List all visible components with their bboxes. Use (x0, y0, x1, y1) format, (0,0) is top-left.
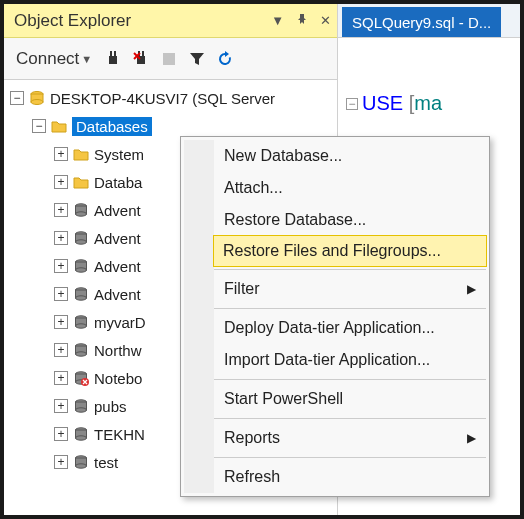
disconnect-plug-icon[interactable] (130, 48, 152, 70)
tree-item-label: Advent (94, 286, 141, 303)
submenu-arrow-icon: ▶ (467, 431, 476, 445)
refresh-icon[interactable] (214, 48, 236, 70)
server-label: DESKTOP-4KUSVI7 (SQL Server (50, 90, 275, 107)
folder-icon (72, 147, 90, 161)
collapse-icon[interactable]: − (10, 91, 24, 105)
object-explorer-toolbar: Connect ▼ (4, 38, 337, 80)
menu-gutter (184, 140, 214, 493)
svg-point-36 (76, 408, 87, 412)
tree-item-label: pubs (94, 398, 127, 415)
expand-icon[interactable]: + (54, 315, 68, 329)
menu-item-label: Refresh (224, 468, 280, 486)
tree-item-label: Notebo (94, 370, 142, 387)
tree-item-label: Northw (94, 342, 142, 359)
database-icon (72, 398, 90, 414)
connect-button[interactable]: Connect ▼ (12, 47, 96, 71)
filter-icon[interactable] (186, 48, 208, 70)
database-icon (72, 202, 90, 218)
menu-separator (214, 379, 486, 380)
expand-icon[interactable]: + (54, 231, 68, 245)
database-icon (72, 454, 90, 470)
menu-item[interactable]: Import Data-tier Application... (214, 344, 486, 376)
svg-point-39 (76, 436, 87, 440)
tree-item-label: TEKHN (94, 426, 145, 443)
expand-icon[interactable]: + (54, 399, 68, 413)
menu-item-label: Attach... (224, 179, 283, 197)
document-tab-strip: SQLQuery9.sql - D... (338, 4, 520, 38)
database-icon (72, 426, 90, 442)
close-icon[interactable]: ✕ (320, 13, 331, 28)
menu-item-label: Filter (224, 280, 260, 298)
expand-icon[interactable]: + (54, 427, 68, 441)
menu-item-label: Import Data-tier Application... (224, 351, 430, 369)
menu-item[interactable]: Restore Database... (214, 204, 486, 236)
tree-item-label: Advent (94, 202, 141, 219)
database-icon (72, 370, 90, 386)
svg-point-42 (76, 464, 87, 468)
svg-point-17 (76, 240, 87, 244)
collapse-icon[interactable]: − (32, 119, 46, 133)
panel-title: Object Explorer (14, 11, 271, 31)
menu-separator (214, 418, 486, 419)
menu-item[interactable]: Attach... (214, 172, 486, 204)
expand-icon[interactable]: + (54, 259, 68, 273)
database-icon (72, 342, 90, 358)
editor-token: ma (414, 92, 442, 114)
tree-item-label: Advent (94, 258, 141, 275)
submenu-arrow-icon: ▶ (467, 282, 476, 296)
expand-icon[interactable]: + (54, 455, 68, 469)
databases-label: Databases (72, 117, 152, 136)
tree-item-label: System (94, 146, 144, 163)
stop-icon[interactable] (158, 48, 180, 70)
folder-icon (50, 119, 68, 133)
tree-item-label: Databa (94, 174, 142, 191)
svg-point-11 (31, 100, 43, 105)
expand-icon[interactable]: + (54, 175, 68, 189)
menu-item-label: Restore Database... (224, 211, 366, 229)
menu-item[interactable]: Reports▶ (214, 422, 486, 454)
window-dropdown-icon[interactable]: ▼ (271, 13, 284, 28)
chevron-down-icon: ▼ (81, 53, 92, 65)
menu-item[interactable]: Start PowerShell (214, 383, 486, 415)
menu-item[interactable]: New Database... (214, 140, 486, 172)
object-explorer-header: Object Explorer ▼ ✕ (4, 4, 337, 38)
connect-plug-icon[interactable] (102, 48, 124, 70)
document-tab[interactable]: SQLQuery9.sql - D... (342, 7, 501, 37)
menu-item[interactable]: Deploy Data-tier Application... (214, 312, 486, 344)
database-icon (72, 230, 90, 246)
tree-item-label: test (94, 454, 118, 471)
expand-icon[interactable]: + (54, 287, 68, 301)
pin-icon[interactable] (296, 13, 308, 28)
menu-item[interactable]: Filter▶ (214, 273, 486, 305)
menu-separator (214, 269, 486, 270)
expand-icon[interactable]: + (54, 147, 68, 161)
folder-icon (72, 175, 90, 189)
menu-item[interactable]: Restore Files and Filegroups... (213, 235, 487, 267)
database-icon (72, 314, 90, 330)
expand-icon[interactable]: + (54, 371, 68, 385)
menu-item-label: Restore Files and Filegroups... (223, 242, 441, 260)
svg-rect-0 (109, 56, 117, 64)
menu-item-label: Start PowerShell (224, 390, 343, 408)
menu-separator (214, 457, 486, 458)
menu-item-label: New Database... (224, 147, 342, 165)
svg-point-14 (76, 212, 87, 216)
tree-item-label: myvarD (94, 314, 146, 331)
tree-server-node[interactable]: − DESKTOP-4KUSVI7 (SQL Server (4, 84, 337, 112)
svg-point-26 (76, 324, 87, 328)
menu-separator (214, 308, 486, 309)
connect-label: Connect (16, 49, 79, 69)
svg-rect-5 (142, 51, 144, 56)
svg-rect-8 (163, 53, 175, 65)
expand-icon[interactable]: + (54, 203, 68, 217)
expand-icon[interactable]: + (54, 343, 68, 357)
server-icon (28, 90, 46, 106)
svg-point-29 (76, 352, 87, 356)
fold-icon[interactable]: − (346, 98, 358, 110)
svg-point-23 (76, 296, 87, 300)
menu-item[interactable]: Refresh (214, 461, 486, 493)
menu-item-label: Reports (224, 429, 280, 447)
svg-rect-2 (114, 51, 116, 56)
document-tab-label: SQLQuery9.sql - D... (352, 14, 491, 31)
svg-point-20 (76, 268, 87, 272)
